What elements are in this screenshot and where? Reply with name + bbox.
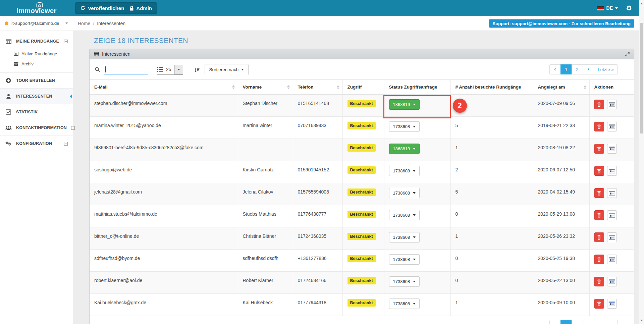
- status-dropdown-button[interactable]: 1738608: [389, 299, 420, 309]
- delete-button[interactable]: [594, 166, 604, 176]
- panel-tools: [615, 52, 630, 56]
- sidebar-item-archiv[interactable]: Archiv: [14, 59, 73, 68]
- expand-box-icon[interactable]: [64, 142, 68, 146]
- created-at-cell: 2020-05-25 19:38: [538, 256, 575, 261]
- select-arrow-box[interactable]: [174, 65, 183, 74]
- sidebar-item-tour-erstellen[interactable]: TOUR ERSTELLEN: [0, 73, 73, 88]
- created-at-cell: 2020-05-22 13:00: [538, 278, 575, 283]
- sidebar-item-kontaktinformation[interactable]: KONTAKTINFORMATION: [0, 120, 73, 136]
- pagination-page-2-bottom[interactable]: 2: [572, 320, 583, 324]
- telefon-cell: 01777944318: [298, 300, 327, 305]
- caret-down-icon: [413, 281, 416, 282]
- expand-icon[interactable]: [625, 52, 630, 56]
- contact-card-button[interactable]: [607, 210, 617, 220]
- email-cell: 9f369801-be5f-4f8a-9d85-c8306a282cb3@fak…: [94, 145, 204, 150]
- status-dropdown-button[interactable]: 1738608: [389, 188, 420, 198]
- contact-card-button[interactable]: [607, 166, 617, 176]
- delete-button[interactable]: [594, 299, 604, 309]
- lock-icon: [129, 6, 134, 11]
- status-dropdown-button[interactable]: 1738608: [389, 166, 420, 176]
- caret-down-icon: [413, 126, 416, 127]
- status-value: 1738608: [393, 235, 410, 240]
- sidebar-item-interessenten[interactable]: INTERESSENTEN: [0, 89, 73, 104]
- pagination-last-bottom[interactable]: Letzte »: [594, 320, 618, 324]
- expand-box-icon[interactable]: [71, 126, 75, 130]
- sidebar-item-konfiguration[interactable]: KONFIGURATION: [0, 136, 73, 151]
- email-cell: soshugo@web.de: [94, 167, 132, 172]
- pagination-prev[interactable]: ‹: [549, 64, 561, 74]
- pagination-prev-bottom[interactable]: ‹: [549, 320, 561, 324]
- pagination-next-bottom[interactable]: ›: [583, 320, 594, 324]
- status-dropdown-button[interactable]: 1738608: [389, 254, 420, 265]
- column-header-telefon[interactable]: Telefon: [293, 80, 342, 95]
- column-header-angelegt-am[interactable]: Angelegt am: [533, 80, 589, 95]
- publish-part[interactable]: Veröffentlichen: [80, 5, 124, 11]
- contact-card-button[interactable]: [607, 100, 617, 109]
- language-selector[interactable]: DE: [597, 5, 618, 11]
- delete-button[interactable]: [594, 122, 604, 131]
- contact-card-button[interactable]: [607, 232, 617, 242]
- column-header-vorname[interactable]: Vorname: [238, 80, 293, 95]
- contact-card-button[interactable]: [607, 188, 617, 198]
- status-dropdown-button[interactable]: 1738608: [389, 232, 420, 242]
- pagination-last[interactable]: Letzte »: [594, 64, 618, 74]
- publish-admin-button[interactable]: Veröffentlichen Admin: [75, 2, 157, 14]
- delete-button[interactable]: [594, 232, 604, 242]
- delete-button[interactable]: [594, 255, 604, 264]
- delete-button[interactable]: [594, 188, 604, 198]
- zugriff-badge: Beschränkt: [347, 188, 376, 196]
- caret-down-icon: [413, 148, 416, 150]
- zugriff-badge: Beschränkt: [347, 299, 376, 307]
- column-header-e-mail[interactable]: E-Mail: [90, 80, 238, 95]
- scrollbar-thumb[interactable]: [640, 23, 643, 133]
- status-dropdown-button[interactable]: 1738608: [389, 276, 420, 287]
- collapse-box-icon[interactable]: [64, 40, 68, 43]
- status-value: 1868819: [393, 146, 410, 151]
- status-dropdown-button[interactable]: 1738608: [389, 210, 420, 220]
- sidebar-item-aktive-rundgaenge[interactable]: Aktive Rundgänge: [14, 49, 73, 58]
- contact-card-button[interactable]: [607, 122, 617, 131]
- contact-card-button[interactable]: [607, 144, 617, 154]
- email-cell: bittner_c@t-online.de: [94, 233, 139, 239]
- sort-by-button[interactable]: Sortieren nach: [205, 64, 249, 75]
- trash-icon: [597, 302, 601, 306]
- visited-count-cell: 0: [455, 211, 458, 217]
- pagination-page-1[interactable]: 1: [560, 64, 572, 74]
- scroll-up-icon[interactable]: [640, 3, 643, 4]
- status-value: 1738608: [393, 257, 410, 262]
- scroll-down-icon[interactable]: [640, 320, 643, 321]
- topbar-right: DE: [597, 5, 639, 11]
- settings-gear-icon[interactable]: [626, 5, 632, 11]
- delete-button[interactable]: [594, 100, 604, 109]
- top-bar: immoviewer Veröffentlichen Admin DE: [0, 0, 639, 16]
- delete-button[interactable]: [594, 144, 604, 154]
- contact-card-button[interactable]: [607, 299, 617, 309]
- breadcrumb-home[interactable]: Home: [78, 21, 90, 26]
- page-scrollbar[interactable]: [639, 0, 644, 324]
- status-dropdown-button[interactable]: 1738608: [389, 121, 420, 132]
- sidebar-item-statistik[interactable]: STATISTIK: [0, 104, 73, 120]
- contact-card-button[interactable]: [607, 255, 617, 264]
- admin-part[interactable]: Admin: [129, 5, 152, 11]
- status-dropdown-button[interactable]: 1868819: [389, 144, 420, 154]
- email-cell: robert.klaerner@aol.de: [94, 278, 142, 283]
- pagination-next[interactable]: ›: [583, 64, 594, 74]
- app-logo[interactable]: immoviewer: [0, 2, 73, 14]
- minimize-icon[interactable]: [615, 54, 619, 54]
- delete-button[interactable]: [594, 210, 604, 220]
- pagination-page-1-bottom[interactable]: 1: [560, 320, 572, 324]
- page-size-select[interactable]: 25: [157, 64, 183, 75]
- delete-button[interactable]: [594, 277, 604, 286]
- sort-amount-icon: [193, 67, 200, 75]
- status-value: 1738608: [393, 213, 410, 218]
- status-dropdown-button[interactable]: 1868819: [389, 99, 420, 110]
- sort-arrows-icon: [287, 85, 290, 89]
- sidebar-subnav: Aktive Rundgänge Archiv: [0, 49, 73, 72]
- account-selector[interactable]: it-support@falcimmo.de: [0, 16, 73, 31]
- caret-down-icon: [413, 104, 416, 105]
- search-input[interactable]: [104, 64, 148, 74]
- sidebar-item-meine-rundgaenge[interactable]: MEINE RUNDGÄNGE: [0, 34, 73, 49]
- caret-down-icon: [413, 192, 416, 194]
- pagination-page-2[interactable]: 2: [572, 64, 583, 74]
- contact-card-button[interactable]: [607, 277, 617, 286]
